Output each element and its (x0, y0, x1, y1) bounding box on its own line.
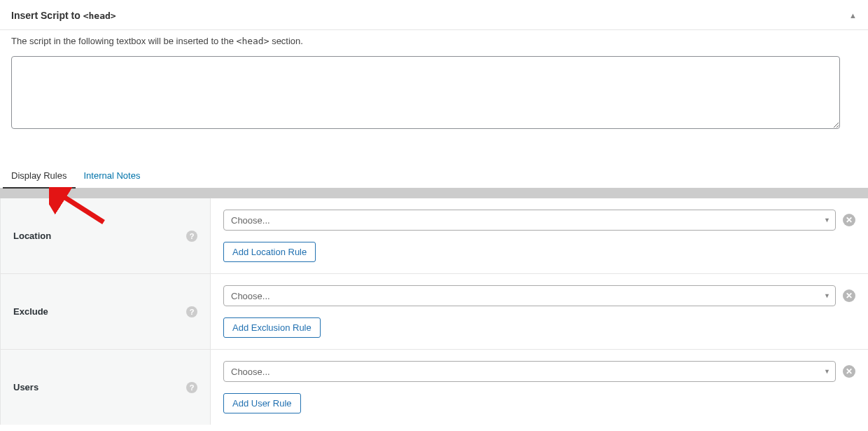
rule-content-exclude: Choose... ▼ ✕ Add Exclusion Rule (211, 274, 868, 349)
panel-title-tag: <head> (83, 11, 116, 21)
tab-divider-bar (0, 189, 868, 198)
users-select[interactable]: Choose... (223, 361, 836, 382)
delete-rule-icon[interactable]: ✕ (843, 365, 855, 378)
rule-label-location: Location ? (1, 198, 211, 273)
desc-prefix: The script in the following textbox will… (11, 36, 237, 46)
rule-content-location: Choose... ▼ ✕ Add Location Rule (211, 198, 868, 273)
tab-internal-notes[interactable]: Internal Notes (75, 163, 148, 188)
desc-suffix: section. (270, 36, 303, 46)
rule-label-location-text: Location (13, 231, 51, 241)
tabs-nav: Display Rules Internal Notes (0, 163, 868, 189)
delete-rule-icon[interactable]: ✕ (843, 289, 855, 302)
location-select-placeholder: Choose... (231, 215, 270, 226)
help-icon[interactable]: ? (186, 382, 197, 393)
desc-tag: <head> (237, 36, 270, 46)
add-exclusion-rule-button[interactable]: Add Exclusion Rule (223, 317, 321, 338)
panel-description: The script in the following textbox will… (11, 36, 857, 46)
rule-row-users: Users ? Choose... ▼ ✕ Add User Rule (0, 350, 868, 425)
panel-title: Insert Script to <head> (11, 10, 116, 21)
add-location-rule-button[interactable]: Add Location Rule (223, 242, 316, 262)
location-select[interactable]: Choose... (223, 210, 836, 231)
script-textarea[interactable] (11, 56, 840, 129)
rule-content-users: Choose... ▼ ✕ Add User Rule (211, 350, 868, 425)
rule-row-exclude: Exclude ? Choose... ▼ ✕ Add Exclusion Ru… (0, 274, 868, 350)
rule-label-users: Users ? (1, 350, 211, 425)
users-select-placeholder: Choose... (231, 367, 270, 377)
tab-display-rules[interactable]: Display Rules (3, 163, 75, 188)
rule-label-users-text: Users (13, 382, 38, 392)
add-user-rule-button[interactable]: Add User Rule (223, 393, 301, 413)
rule-label-exclude-text: Exclude (13, 306, 48, 317)
exclude-select-placeholder: Choose... (231, 291, 270, 301)
panel-header: Insert Script to <head> ▲ (0, 0, 868, 29)
collapse-icon[interactable]: ▲ (849, 11, 857, 20)
delete-rule-icon[interactable]: ✕ (843, 214, 855, 226)
help-icon[interactable]: ? (186, 231, 197, 242)
exclude-select[interactable]: Choose... (223, 285, 836, 306)
panel-body: The script in the following textbox will… (0, 30, 868, 142)
help-icon[interactable]: ? (186, 306, 197, 317)
panel-title-prefix: Insert Script to (11, 10, 83, 21)
rule-row-location: Location ? Choose... ▼ ✕ Add Location Ru… (0, 198, 868, 274)
rule-label-exclude: Exclude ? (1, 274, 211, 349)
